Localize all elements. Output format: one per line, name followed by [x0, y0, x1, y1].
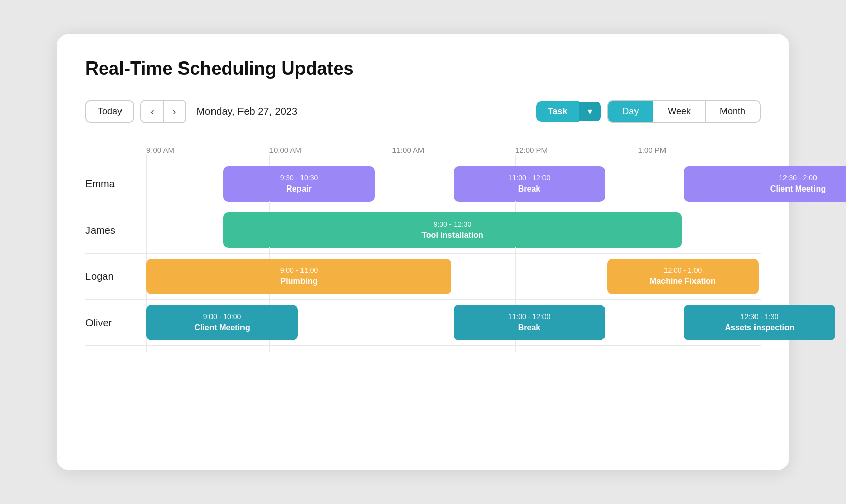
time-header-row: 9:00 AM 10:00 AM 11:00 AM 12:00 PM 1:00 …: [85, 142, 761, 161]
event-label: Tool installation: [421, 230, 483, 241]
nav-group: ‹ ›: [140, 100, 186, 123]
event-time: 11:00 - 12:00: [508, 173, 551, 183]
timeline-logan: 9:00 - 11:00Plumbing12:00 - 1:00Machine …: [146, 254, 761, 299]
event-time: 11:00 - 12:00: [508, 312, 551, 322]
task-label[interactable]: Task: [536, 101, 579, 122]
calendar: 9:00 AM 10:00 AM 11:00 AM 12:00 PM 1:00 …: [85, 142, 761, 346]
person-row-emma: Emma9:30 - 10:30Repair11:00 - 12:00Break…: [85, 161, 761, 207]
event-label: Assets inspection: [725, 322, 795, 333]
next-button[interactable]: ›: [164, 101, 186, 122]
event-time: 9:00 - 11:00: [280, 266, 318, 276]
person-row-james: James9:30 - 12:30Tool installation: [85, 207, 761, 254]
event-label: Break: [518, 183, 540, 195]
event-james-0[interactable]: 9:30 - 12:30Tool installation: [223, 212, 682, 248]
time-12pm: 12:00 PM: [515, 142, 638, 161]
event-emma-1[interactable]: 11:00 - 12:00Break: [454, 166, 605, 202]
person-row-oliver: Oliver9:00 - 10:00Client Meeting11:00 - …: [85, 300, 761, 346]
timeline-oliver: 9:00 - 10:00Client Meeting11:00 - 12:00B…: [146, 300, 761, 345]
event-time: 9:30 - 10:30: [280, 173, 318, 183]
event-oliver-0[interactable]: 9:00 - 10:00Client Meeting: [146, 305, 298, 340]
timeline-emma: 9:30 - 10:30Repair11:00 - 12:00Break12:3…: [146, 161, 761, 207]
event-oliver-2[interactable]: 12:30 - 1:30Assets inspection: [684, 305, 835, 340]
prev-button[interactable]: ‹: [141, 101, 164, 122]
event-label: Plumbing: [281, 276, 318, 287]
task-dropdown-arrow[interactable]: ▼: [579, 102, 601, 121]
person-name-oliver: Oliver: [85, 311, 146, 335]
view-week-button[interactable]: Week: [653, 101, 706, 122]
time-10am: 10:00 AM: [269, 142, 392, 161]
event-time: 9:30 - 12:30: [434, 219, 472, 230]
person-name-logan: Logan: [85, 265, 146, 289]
person-name-james: James: [85, 218, 146, 242]
event-logan-0[interactable]: 9:00 - 11:00Plumbing: [146, 259, 451, 294]
event-time: 12:30 - 1:30: [741, 312, 779, 322]
event-emma-0[interactable]: 9:30 - 10:30Repair: [223, 166, 375, 202]
event-emma-2[interactable]: 12:30 - 2:00Client Meeting: [684, 166, 846, 202]
view-group: Day Week Month: [607, 100, 761, 123]
page-title: Real-Time Scheduling Updates: [85, 58, 761, 79]
toolbar: Today ‹ › Monday, Feb 27, 2023 Task ▼ Da…: [85, 100, 761, 123]
event-label: Repair: [286, 183, 312, 195]
time-11am: 11:00 AM: [392, 142, 515, 161]
time-1pm: 1:00 PM: [638, 142, 761, 161]
event-label: Break: [518, 322, 540, 333]
event-time: 12:00 - 1:00: [664, 266, 702, 276]
current-date: Monday, Feb 27, 2023: [196, 106, 297, 117]
task-dropdown-button[interactable]: Task ▼: [536, 101, 601, 122]
event-label: Client Meeting: [770, 183, 826, 195]
person-row-logan: Logan9:00 - 11:00Plumbing12:00 - 1:00Mac…: [85, 254, 761, 300]
event-label: Client Meeting: [194, 322, 250, 333]
event-oliver-1[interactable]: 11:00 - 12:00Break: [454, 305, 605, 340]
main-card: Real-Time Scheduling Updates Today ‹ › M…: [57, 34, 789, 470]
person-name-emma: Emma: [85, 172, 146, 196]
event-logan-1[interactable]: 12:00 - 1:00Machine Fixation: [607, 259, 759, 294]
event-time: 9:00 - 10:00: [203, 312, 241, 322]
event-label: Machine Fixation: [650, 276, 716, 287]
timeline-james: 9:30 - 12:30Tool installation: [146, 207, 761, 253]
event-time: 12:30 - 2:00: [779, 173, 817, 183]
view-day-button[interactable]: Day: [608, 101, 653, 122]
today-button[interactable]: Today: [85, 100, 134, 123]
calendar-body: Emma9:30 - 10:30Repair11:00 - 12:00Break…: [85, 161, 761, 346]
header-empty: [85, 142, 146, 161]
view-month-button[interactable]: Month: [706, 101, 760, 122]
time-9am: 9:00 AM: [146, 142, 269, 161]
